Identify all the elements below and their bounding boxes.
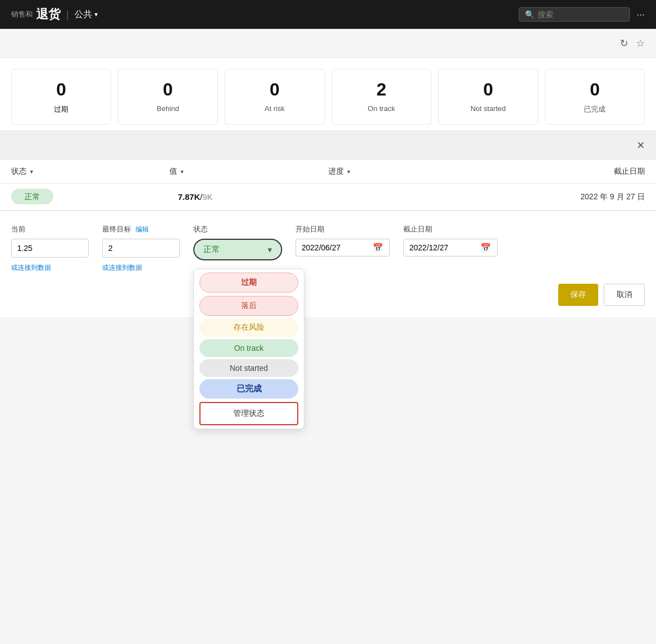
filter-bar: ✕: [0, 131, 656, 160]
column-header-status[interactable]: 状态 ▾: [11, 167, 169, 177]
dropdown-item-manage[interactable]: 管理状态: [199, 402, 298, 425]
card-atrisk[interactable]: 0 At risk: [224, 69, 324, 125]
value-main: 7.87K: [178, 192, 200, 202]
refresh-button[interactable]: ↻: [620, 37, 628, 49]
start-date-label: 开始日期: [296, 224, 390, 234]
status-badge: 正常: [11, 189, 53, 204]
end-date-calendar-icon[interactable]: 📅: [480, 243, 491, 253]
action-row: 保存 取消: [11, 284, 645, 306]
topbar-left: 销售和 退货 | 公共 ▾: [11, 6, 98, 23]
deadline-col-label: 截止日期: [614, 167, 645, 177]
topbar-title: 退货: [36, 6, 61, 23]
value-target: 9K: [202, 192, 212, 202]
dropdown-item-completed[interactable]: 已完成: [199, 379, 298, 399]
progress-col-chevron: ▾: [347, 168, 350, 175]
card-ontrack[interactable]: 2 On track: [332, 69, 432, 125]
column-header-progress[interactable]: 进度 ▾: [328, 167, 487, 177]
search-input[interactable]: [538, 10, 615, 19]
topbar: 销售和 退货 | 公共 ▾ 🔍 ···: [0, 0, 656, 29]
chevron-down-icon: ▾: [94, 11, 98, 18]
card-count-atrisk: 0: [270, 79, 280, 100]
start-date-field-group: 开始日期 📅: [296, 224, 390, 256]
card-count-completed: 0: [590, 79, 600, 100]
current-input[interactable]: [11, 239, 89, 258]
card-label-ontrack: On track: [368, 104, 395, 113]
status-edit-label: 状态: [193, 224, 282, 234]
card-label-atrisk: At risk: [264, 104, 284, 113]
progress-col-label: 进度: [328, 167, 344, 177]
status-chevron-icon: ▾: [268, 245, 272, 255]
card-label-completed: 已完成: [584, 104, 605, 114]
dropdown-item-luohou[interactable]: 落后: [199, 296, 298, 316]
start-date-input[interactable]: [302, 243, 368, 252]
topbar-public[interactable]: 公共 ▾: [74, 9, 98, 21]
card-behind[interactable]: 0 Behind: [118, 69, 218, 125]
card-notstarted[interactable]: 0 Not started: [438, 69, 538, 125]
dropdown-item-ontrack[interactable]: On track: [199, 339, 298, 357]
secondbar: ↻ ☆: [0, 29, 656, 58]
card-label-behind: Behind: [157, 104, 179, 113]
card-count-ontrack: 2: [377, 79, 387, 100]
or-connect-current[interactable]: 或连接到数据: [11, 263, 89, 273]
card-completed[interactable]: 0 已完成: [545, 69, 645, 125]
public-label: 公共: [74, 9, 92, 21]
summary-cards-row: 0 过期 0 Behind 0 At risk 2 On track 0 Not…: [0, 58, 656, 131]
value-col-chevron: ▾: [181, 168, 184, 175]
status-select-button[interactable]: 正常 ▾: [193, 239, 282, 260]
dropdown-item-notstarted[interactable]: Not started: [199, 359, 298, 377]
or-connect-goal[interactable]: 或连接到数据: [102, 263, 180, 273]
search-icon: 🔍: [525, 10, 534, 19]
current-label: 当前: [11, 224, 89, 234]
status-selected-value: 正常: [203, 244, 220, 255]
columns-header: 状态 ▾ 值 ▾ 进度 ▾ 截止日期: [0, 160, 656, 184]
cancel-button[interactable]: 取消: [604, 284, 645, 306]
end-date-wrapper[interactable]: 📅: [403, 239, 498, 256]
close-button[interactable]: ✕: [637, 139, 645, 152]
card-count-expired: 0: [56, 79, 66, 100]
card-count-notstarted: 0: [483, 79, 493, 100]
value-cell: 7.87K/9K: [167, 192, 333, 202]
more-options-icon[interactable]: ···: [637, 9, 645, 21]
status-cell: 正常: [11, 192, 167, 202]
column-header-value[interactable]: 值 ▾: [169, 167, 328, 177]
favorite-button[interactable]: ☆: [636, 37, 645, 49]
save-button[interactable]: 保存: [558, 284, 598, 306]
goal-field-group: 最终目标 编辑 或连接到数据: [102, 224, 180, 273]
card-label-expired: 过期: [54, 104, 68, 114]
card-label-notstarted: Not started: [470, 104, 506, 113]
end-date-input[interactable]: [409, 243, 476, 252]
end-date-field-group: 截止日期 📅: [403, 224, 498, 256]
status-field-group: 状态 正常 ▾ 过期 落后 存在风险 On track Not started …: [193, 224, 282, 260]
edit-fields-row: 当前 或连接到数据 最终目标 编辑 或连接到数据 状态 正常 ▾ 过期 落后: [11, 224, 645, 273]
status-dropdown: 过期 落后 存在风险 On track Not started 已完成 管理状态: [193, 269, 304, 429]
end-date-label: 截止日期: [403, 224, 498, 234]
card-count-behind: 0: [163, 79, 173, 100]
goal-label-text: 最终目标: [102, 224, 131, 234]
status-col-label: 状态: [11, 167, 27, 177]
topbar-right: 🔍 ···: [519, 7, 645, 22]
topbar-divider: |: [66, 8, 69, 21]
card-expired[interactable]: 0 过期: [11, 69, 111, 125]
dropdown-item-guoqi[interactable]: 过期: [199, 273, 298, 293]
goal-input[interactable]: [102, 239, 180, 258]
deadline-cell: 2022 年 9 月 27 日: [489, 192, 645, 202]
column-header-deadline: 截止日期: [487, 167, 645, 177]
edit-link[interactable]: 编辑: [136, 225, 149, 234]
topbar-subtitle: 销售和: [11, 9, 33, 19]
start-date-calendar-icon[interactable]: 📅: [373, 243, 383, 253]
edit-panel: 当前 或连接到数据 最终目标 编辑 或连接到数据 状态 正常 ▾ 过期 落后: [0, 210, 656, 317]
search-box[interactable]: 🔍: [519, 7, 630, 22]
value-col-label: 值: [169, 167, 177, 177]
status-col-chevron: ▾: [30, 168, 33, 175]
current-field-group: 当前 或连接到数据: [11, 224, 89, 273]
table-row[interactable]: 正常 7.87K/9K 2022 年 9 月 27 日: [0, 184, 656, 210]
goal-label: 最终目标 编辑: [102, 224, 180, 234]
start-date-wrapper[interactable]: 📅: [296, 239, 390, 256]
dropdown-item-risk[interactable]: 存在风险: [199, 318, 298, 337]
